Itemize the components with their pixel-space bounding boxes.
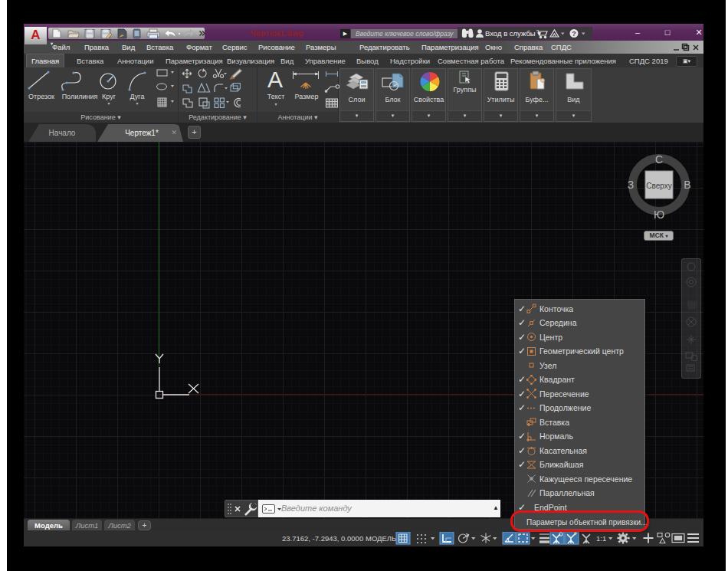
svg-text:С: С [655,153,663,166]
svg-text:?: ? [572,30,576,38]
svg-text:1:1: 1:1 [596,534,606,543]
svg-text:З: З [628,179,634,191]
svg-text:Сверху: Сверху [646,182,671,190]
svg-text:Ю: Ю [654,208,664,221]
svg-text:В: В [684,179,690,191]
